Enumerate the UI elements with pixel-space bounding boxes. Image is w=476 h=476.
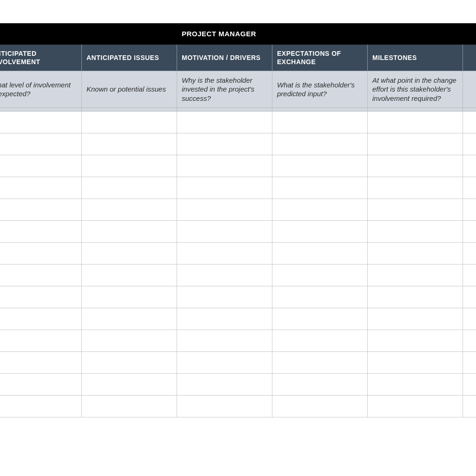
table-cell[interactable] <box>272 396 368 417</box>
table-cell[interactable] <box>463 133 476 155</box>
table-cell[interactable] <box>82 243 177 264</box>
table-cell[interactable] <box>177 133 272 155</box>
table-cell[interactable] <box>82 264 177 286</box>
table-cell[interactable] <box>463 243 476 264</box>
table-row[interactable] <box>0 374 476 396</box>
table-cell[interactable] <box>272 112 368 133</box>
table-cell[interactable] <box>177 155 272 177</box>
table-cell[interactable] <box>368 177 463 199</box>
table-cell[interactable] <box>0 221 82 243</box>
table-cell[interactable] <box>82 199 177 221</box>
table-cell[interactable] <box>272 177 368 199</box>
table-cell[interactable] <box>463 330 476 352</box>
table-cell[interactable] <box>368 155 463 177</box>
table-cell[interactable] <box>0 352 82 374</box>
table-cell[interactable] <box>463 112 476 133</box>
table-cell[interactable] <box>177 396 272 417</box>
table-row[interactable] <box>0 330 476 352</box>
table-row[interactable] <box>0 199 476 221</box>
table-cell[interactable] <box>0 374 82 396</box>
table-cell[interactable] <box>368 308 463 330</box>
table-cell[interactable] <box>177 177 272 199</box>
table-cell[interactable] <box>0 243 82 264</box>
table-row[interactable] <box>0 286 476 308</box>
table-cell[interactable] <box>272 330 368 352</box>
table-cell[interactable] <box>368 374 463 396</box>
table-row[interactable] <box>0 133 476 155</box>
section-title-cell: PROJECT MANAGER <box>177 24 476 45</box>
table-cell[interactable] <box>177 199 272 221</box>
table-cell[interactable] <box>272 221 368 243</box>
table-cell[interactable] <box>0 264 82 286</box>
table-cell[interactable] <box>82 133 177 155</box>
table-cell[interactable] <box>463 264 476 286</box>
table-row[interactable] <box>0 221 476 243</box>
col-desc: What is the stakeholder's predicted inpu… <box>272 71 368 108</box>
table-row[interactable] <box>0 155 476 177</box>
table-cell[interactable] <box>82 308 177 330</box>
table-row[interactable] <box>0 264 476 286</box>
table-cell[interactable] <box>0 330 82 352</box>
table-cell[interactable] <box>463 374 476 396</box>
table-cell[interactable] <box>177 308 272 330</box>
table-row[interactable] <box>0 352 476 374</box>
table-cell[interactable] <box>0 112 82 133</box>
table-cell[interactable] <box>463 308 476 330</box>
table-cell[interactable] <box>0 177 82 199</box>
table-cell[interactable] <box>82 286 177 308</box>
table-cell[interactable] <box>463 155 476 177</box>
table-cell[interactable] <box>368 243 463 264</box>
table-cell[interactable] <box>272 133 368 155</box>
table-cell[interactable] <box>368 352 463 374</box>
table-cell[interactable] <box>272 308 368 330</box>
table-cell[interactable] <box>272 243 368 264</box>
table-cell[interactable] <box>463 221 476 243</box>
table-cell[interactable] <box>272 352 368 374</box>
table-cell[interactable] <box>177 264 272 286</box>
table-cell[interactable] <box>0 199 82 221</box>
table-cell[interactable] <box>368 199 463 221</box>
table-cell[interactable] <box>272 264 368 286</box>
table-row[interactable] <box>0 112 476 133</box>
table-cell[interactable] <box>82 112 177 133</box>
table-cell[interactable] <box>463 396 476 417</box>
table-cell[interactable] <box>368 396 463 417</box>
table-cell[interactable] <box>82 352 177 374</box>
table-cell[interactable] <box>368 330 463 352</box>
table-row[interactable] <box>0 308 476 330</box>
table-cell[interactable] <box>368 264 463 286</box>
table-cell[interactable] <box>0 308 82 330</box>
table-cell[interactable] <box>272 374 368 396</box>
table-cell[interactable] <box>463 177 476 199</box>
table-cell[interactable] <box>0 286 82 308</box>
table-cell[interactable] <box>82 374 177 396</box>
table-cell[interactable] <box>177 286 272 308</box>
table-cell[interactable] <box>82 177 177 199</box>
table-cell[interactable] <box>368 133 463 155</box>
table-cell[interactable] <box>177 352 272 374</box>
table-row[interactable] <box>0 177 476 199</box>
table-cell[interactable] <box>463 199 476 221</box>
table-cell[interactable] <box>368 286 463 308</box>
table-cell[interactable] <box>177 330 272 352</box>
table-cell[interactable] <box>0 133 82 155</box>
table-cell[interactable] <box>272 286 368 308</box>
table-cell[interactable] <box>82 155 177 177</box>
table-row[interactable] <box>0 243 476 264</box>
table-cell[interactable] <box>177 221 272 243</box>
table-cell[interactable] <box>272 155 368 177</box>
table-cell[interactable] <box>82 330 177 352</box>
table-row[interactable] <box>0 396 476 417</box>
table-cell[interactable] <box>0 396 82 417</box>
table-cell[interactable] <box>463 352 476 374</box>
table-cell[interactable] <box>0 155 82 177</box>
table-cell[interactable] <box>82 221 177 243</box>
table-cell[interactable] <box>82 396 177 417</box>
table-cell[interactable] <box>368 112 463 133</box>
table-cell[interactable] <box>177 112 272 133</box>
table-cell[interactable] <box>177 243 272 264</box>
table-cell[interactable] <box>272 199 368 221</box>
table-cell[interactable] <box>463 286 476 308</box>
table-cell[interactable] <box>368 221 463 243</box>
table-cell[interactable] <box>177 374 272 396</box>
